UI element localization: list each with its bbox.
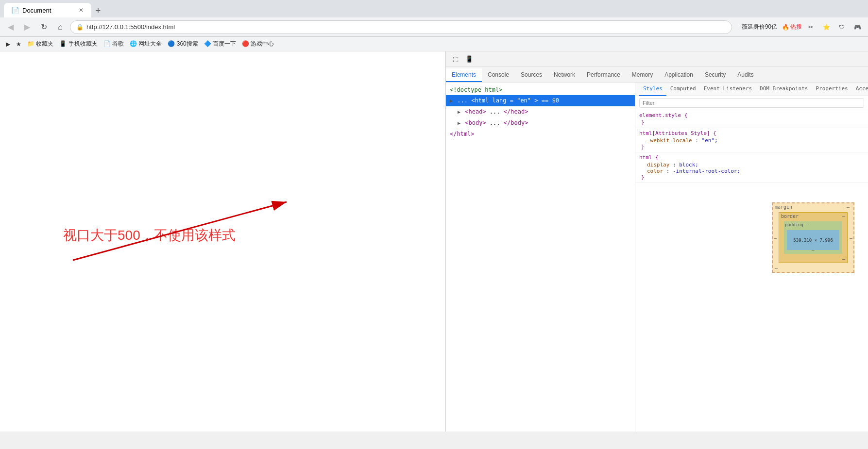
bookmark-item-5[interactable]: 🔷 百度一下	[204, 40, 236, 48]
bookmark-label-5: 🔷 百度一下	[204, 40, 236, 48]
user-label: 薇延身价90亿	[742, 23, 777, 31]
css-value-webkit-locale: "en";	[702, 137, 718, 144]
filter-bar	[635, 96, 868, 110]
padding-dash-bottom: –	[812, 248, 814, 253]
styles-sub-tabs: Styles Computed Event Listeners DOM Brea…	[635, 83, 868, 96]
tab-sources[interactable]: Sources	[515, 68, 548, 82]
border-label: border	[781, 214, 799, 219]
bookmark-item-0[interactable]: 📁 收藏夹	[27, 40, 53, 48]
doctype-text: <!doctype html>	[450, 86, 502, 93]
sub-tab-accessibility[interactable]: Accessibility	[852, 83, 868, 96]
devtools-tabs: Elements Console Sources Network Perform…	[446, 67, 868, 83]
security-icon: 🔒	[76, 24, 84, 31]
box-model-section: margin – border – padding – 539.3	[635, 193, 868, 283]
bookmark-item-2[interactable]: 📄 谷歌	[103, 40, 124, 48]
sub-tab-properties[interactable]: Properties	[812, 83, 851, 96]
padding-label: padding –	[785, 222, 809, 227]
dom-line-body[interactable]: ▶ <body> ... </body>	[446, 117, 635, 129]
sub-tab-dom-breakpoints[interactable]: DOM Breakpoints	[756, 83, 812, 96]
css-rule-element-style: element.style { }	[635, 110, 868, 128]
css-selector-html: html {	[639, 154, 864, 161]
main-area: 视口大于500，不使用该样式 ⬚ 📱 Elements Console Sour…	[0, 51, 868, 432]
extensions-button[interactable]: ✂	[804, 20, 817, 34]
browser-chrome: 📄 Document ✕ + ◀ ▶ ↻ ⌂ 🔒 http://127.0.0.…	[0, 0, 868, 51]
tab-application[interactable]: Application	[659, 68, 699, 82]
border-dash-top: –	[842, 214, 845, 219]
css-selector-element-style: element.style {	[639, 112, 864, 118]
dom-line-head[interactable]: ▶ <head> ... </head>	[446, 106, 635, 117]
sub-tab-computed[interactable]: Computed	[666, 83, 700, 96]
filter-input[interactable]	[639, 98, 864, 108]
user-account-button[interactable]: 薇延身价90亿	[739, 23, 780, 31]
bookmark-item-1[interactable]: 📱 手机收藏夹	[59, 40, 97, 48]
tab-performance[interactable]: Performance	[581, 68, 626, 82]
url-text: http://127.0.0.1:5500/index.html	[86, 23, 726, 31]
dom-line-html-close[interactable]: </html>	[446, 129, 635, 139]
select-element-button[interactable]: ⬚	[450, 53, 461, 65]
page-content: 视口大于500，不使用该样式	[0, 51, 445, 432]
sub-tab-styles[interactable]: Styles	[639, 83, 666, 96]
browser-tab[interactable]: 📄 Document ✕	[4, 3, 91, 17]
tab-close-button[interactable]: ✕	[79, 7, 84, 14]
fire-icon: 🔥	[782, 24, 789, 31]
margin-dash-top: –	[847, 204, 850, 210]
shield-button[interactable]: 🛡	[835, 20, 849, 34]
bookmark-item-4[interactable]: 🔵 360搜索	[168, 40, 198, 48]
box-model-content: 539.310 × 7.996	[787, 230, 839, 250]
dom-panel: <!doctype html> ▶ ... <html lang = "en" …	[446, 83, 635, 432]
bookmark-label-0: 📁 收藏夹	[27, 40, 53, 48]
bookmark-star-icon: ★	[16, 41, 21, 48]
tab-elements[interactable]: Elements	[446, 68, 482, 82]
nav-right-actions: 薇延身价90亿 🔥 热搜 ✂ ⭐ 🛡 🎮	[739, 20, 864, 34]
nav-bar: ◀ ▶ ↻ ⌂ 🔒 http://127.0.0.1:5500/index.ht…	[0, 17, 868, 37]
border-dash-bottom: –	[842, 256, 845, 262]
css-rule-html: html { display : block; color : -interna…	[635, 152, 868, 183]
css-rule-html-attrs: html[Attributes Style] { -webkit-locale …	[635, 128, 868, 152]
home-button[interactable]: ⌂	[53, 20, 67, 34]
content-dimensions: 539.310 × 7.996	[793, 238, 833, 243]
tab-console[interactable]: Console	[482, 68, 515, 82]
game-button[interactable]: 🎮	[851, 20, 864, 34]
css-selector-html-attrs: html[Attributes Style] {	[639, 130, 864, 136]
address-bar[interactable]: 🔒 http://127.0.0.1:5500/index.html	[70, 20, 732, 34]
tab-favicon: 📄	[12, 7, 18, 14]
bookmark-label-1: 📱 手机收藏夹	[59, 40, 97, 48]
sub-tab-event-listeners[interactable]: Event Listeners	[700, 83, 756, 96]
css-value-color: -internal-root-color;	[673, 168, 740, 174]
dom-line-doctype[interactable]: <!doctype html>	[446, 84, 635, 95]
box-model-padding: padding – 539.310 × 7.996 –	[784, 221, 842, 254]
css-prop-display: display	[647, 162, 669, 168]
hot-label-text: 热搜	[790, 23, 802, 31]
devtools-panel: ⬚ 📱 Elements Console Sources Network Per…	[445, 51, 868, 432]
box-model-border: border – padding – 539.310 × 7.996 –	[779, 212, 848, 263]
back-button[interactable]: ◀	[4, 20, 17, 34]
margin-label: margin	[775, 204, 792, 210]
tab-title: Document	[22, 7, 51, 14]
bookmark-label-6: 🔴 游戏中心	[242, 40, 274, 48]
head-expand-arrow: ▶	[458, 109, 460, 115]
tab-audits[interactable]: Audits	[732, 68, 759, 82]
bookmark-item-3[interactable]: 🌐 网址大全	[130, 40, 162, 48]
tab-security[interactable]: Security	[699, 68, 732, 82]
device-toolbar-button[interactable]: 📱	[463, 53, 475, 65]
bookmark-button[interactable]: ⭐	[819, 20, 833, 34]
hot-search-button[interactable]: 🔥 热搜	[782, 23, 802, 31]
tab-memory[interactable]: Memory	[626, 68, 659, 82]
tab-network[interactable]: Network	[548, 68, 581, 82]
body-expand-arrow: ▶	[458, 120, 460, 126]
new-tab-button[interactable]: +	[91, 4, 105, 17]
bookmark-label-2: 📄 谷歌	[103, 40, 124, 48]
bookmarks-folder-icon: ▶	[6, 41, 10, 48]
forward-button[interactable]: ▶	[20, 20, 34, 34]
css-value-display: block;	[679, 162, 698, 168]
refresh-button[interactable]: ↻	[37, 20, 51, 34]
devtools-toolbar: ⬚ 📱	[446, 51, 868, 67]
page-annotation-text: 视口大于500，不使用该样式	[63, 226, 236, 245]
bookmark-label-3: 🌐 网址大全	[130, 40, 162, 48]
bookmarks-bar: ▶ ★ 📁 收藏夹 📱 手机收藏夹 📄 谷歌 🌐 网址大全 🔵 360搜索 🔷 …	[0, 37, 868, 51]
dom-line-html[interactable]: ▶ ... <html lang = "en" > == $0	[446, 95, 635, 106]
styles-panel: Styles Computed Event Listeners DOM Brea…	[635, 83, 868, 432]
margin-dash-right: –	[850, 235, 852, 240]
bookmark-item-6[interactable]: 🔴 游戏中心	[242, 40, 274, 48]
box-model-outer: margin – border – padding – 539.3	[772, 202, 854, 273]
